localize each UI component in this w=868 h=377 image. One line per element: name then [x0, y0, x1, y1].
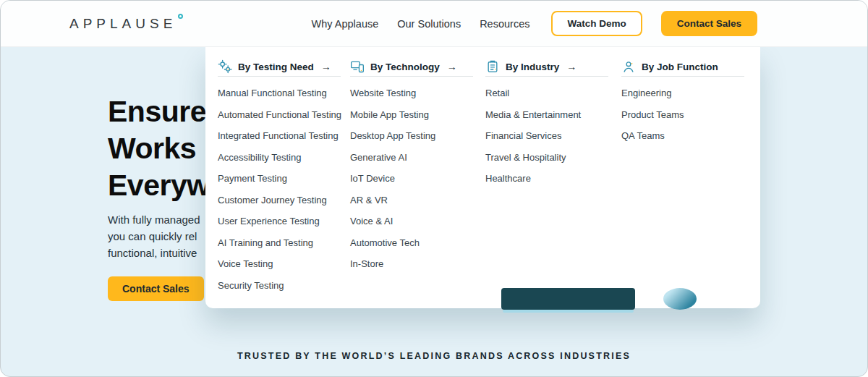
menu-item-row: Integrated Functional Testing: [218, 125, 341, 147]
menu-item[interactable]: QA Teams: [621, 130, 665, 141]
menu-item[interactable]: Travel & Hospitality: [485, 152, 566, 163]
menu-item-row: Manual Functional Testing: [218, 82, 341, 104]
menu-item[interactable]: Security Testing: [218, 280, 284, 291]
hero-heading-line: Ensure: [108, 93, 210, 130]
nav-link-our-solutions[interactable]: Our Solutions: [397, 18, 461, 30]
hero-paragraph-line: With fully managed: [108, 211, 200, 228]
menu-item[interactable]: Product Teams: [621, 109, 684, 120]
nav-group: Why Applause Our Solutions Resources Wat…: [312, 11, 757, 36]
menu-item-row: Retail: [485, 82, 608, 104]
hero-illustration-bar: [501, 288, 635, 310]
hero-illustration-circle: [663, 288, 697, 310]
job-function-icon: [621, 59, 636, 74]
menu-column-job-function: By Job Function Engineering Product Team…: [621, 59, 744, 147]
menu-item-row: Engineering: [621, 82, 744, 104]
menu-item-row: Product Teams: [621, 104, 744, 126]
brand-logo[interactable]: APPLAUSE: [69, 16, 183, 32]
brand-logo-text: APPLAUSE: [69, 16, 176, 32]
menu-column-title: By Testing Need: [238, 62, 314, 72]
logo-circle-icon: [178, 14, 183, 19]
menu-item[interactable]: Healthcare: [485, 173, 531, 184]
hero-heading: Ensure Works Everyw: [108, 93, 210, 204]
hero-heading-line: Works: [108, 130, 210, 167]
menu-column-job-function-header[interactable]: By Job Function: [621, 59, 744, 77]
menu-item[interactable]: Integrated Functional Testing: [218, 130, 339, 141]
menu-item-row: AI Training and Testing: [218, 232, 341, 254]
menu-column-title: By Industry: [506, 62, 559, 72]
menu-item-row: Travel & Hospitality: [485, 147, 608, 169]
menu-item-row: Healthcare: [485, 168, 608, 190]
menu-item-row: Customer Journey Testing: [218, 190, 341, 211]
menu-item[interactable]: Voice & AI: [350, 216, 393, 226]
menu-item-row: Desktop App Testing: [350, 125, 473, 147]
menu-item-row: QA Teams: [621, 125, 744, 147]
menu-item[interactable]: Engineering: [621, 88, 671, 98]
industry-icon: [485, 59, 500, 74]
menu-item-row: Automotive Tech: [350, 232, 473, 254]
menu-item-row: Media & Entertainment: [485, 104, 608, 126]
testing-need-icon: [218, 59, 232, 74]
hero-paragraph: With fully managed you can quickly rel f…: [108, 211, 200, 261]
menu-column-items: Website Testing Mobile App Testing Deskt…: [350, 82, 473, 275]
nav-link-resources[interactable]: Resources: [480, 18, 529, 30]
menu-item-row: Voice Testing: [218, 253, 341, 275]
menu-item[interactable]: AI Training and Testing: [218, 237, 313, 248]
arrow-right-icon: →: [321, 61, 331, 72]
technology-icon: [350, 59, 365, 74]
menu-item[interactable]: Automotive Tech: [350, 237, 420, 248]
menu-column-technology: By Technology → Website Testing Mobile A…: [350, 59, 473, 275]
hero-contact-sales-button[interactable]: Contact Sales: [108, 276, 204, 301]
menu-item-row: Generative AI: [350, 147, 473, 169]
watch-demo-button[interactable]: Watch Demo: [551, 11, 642, 36]
menu-item[interactable]: Automated Functional Testing: [218, 109, 341, 120]
arrow-right-icon: →: [447, 61, 457, 72]
menu-item[interactable]: In-Store: [350, 258, 383, 269]
menu-item-row: Voice & AI: [350, 211, 473, 232]
menu-item[interactable]: Generative AI: [350, 152, 407, 163]
menu-item[interactable]: Payment Testing: [218, 173, 287, 184]
nav-link-why-applause[interactable]: Why Applause: [312, 18, 379, 30]
menu-item[interactable]: Manual Functional Testing: [218, 88, 327, 98]
menu-column-title: By Job Function: [642, 62, 718, 72]
menu-item[interactable]: Retail: [485, 88, 509, 98]
menu-item-row: Financial Services: [485, 125, 608, 147]
menu-item-row: Security Testing: [218, 275, 341, 297]
contact-sales-button[interactable]: Contact Sales: [661, 11, 757, 36]
hero-paragraph-line: functional, intuitive: [108, 245, 200, 261]
page: APPLAUSE Why Applause Our Solutions Reso…: [0, 0, 868, 377]
arrow-right-icon: →: [566, 61, 576, 72]
menu-item[interactable]: Website Testing: [350, 88, 416, 98]
menu-column-testing-need-header[interactable]: By Testing Need →: [218, 59, 341, 77]
menu-item-row: AR & VR: [350, 190, 473, 211]
menu-column-industry: By Industry → Retail Media & Entertainme…: [485, 59, 608, 190]
hero-heading-line: Everyw: [108, 167, 210, 204]
menu-column-title: By Technology: [370, 62, 440, 72]
menu-item-row: In-Store: [350, 253, 473, 275]
menu-item[interactable]: Customer Journey Testing: [218, 195, 327, 206]
menu-item-row: Payment Testing: [218, 168, 341, 190]
menu-column-items: Manual Functional Testing Automated Func…: [218, 82, 341, 296]
menu-column-industry-header[interactable]: By Industry →: [485, 59, 608, 77]
menu-item[interactable]: Voice Testing: [218, 258, 273, 269]
menu-item-row: Automated Functional Testing: [218, 104, 341, 126]
menu-column-items: Retail Media & Entertainment Financial S…: [485, 82, 608, 190]
menu-column-items: Engineering Product Teams QA Teams: [621, 82, 744, 147]
menu-item[interactable]: Media & Entertainment: [485, 109, 581, 120]
menu-item[interactable]: IoT Device: [350, 173, 395, 184]
menu-item-row: IoT Device: [350, 168, 473, 190]
menu-item[interactable]: Mobile App Testing: [350, 109, 429, 120]
menu-item[interactable]: AR & VR: [350, 195, 388, 206]
menu-item-row: Website Testing: [350, 82, 473, 104]
menu-item-row: Accessibility Testing: [218, 147, 341, 169]
menu-column-testing-need: By Testing Need → Manual Functional Test…: [218, 59, 341, 296]
trusted-brands-text: TRUSTED BY THE WORLD’S LEADING BRANDS AC…: [1, 351, 867, 361]
menu-item-row: User Experience Testing: [218, 211, 341, 232]
menu-item[interactable]: Financial Services: [485, 130, 562, 141]
menu-item[interactable]: Desktop App Testing: [350, 130, 435, 141]
menu-item[interactable]: Accessibility Testing: [218, 152, 301, 163]
menu-column-technology-header[interactable]: By Technology →: [350, 59, 473, 77]
menu-item-row: Mobile App Testing: [350, 104, 473, 126]
hero-paragraph-line: you can quickly rel: [108, 228, 200, 245]
menu-item[interactable]: User Experience Testing: [218, 216, 320, 226]
mega-menu: By Testing Need → Manual Functional Test…: [205, 47, 760, 308]
